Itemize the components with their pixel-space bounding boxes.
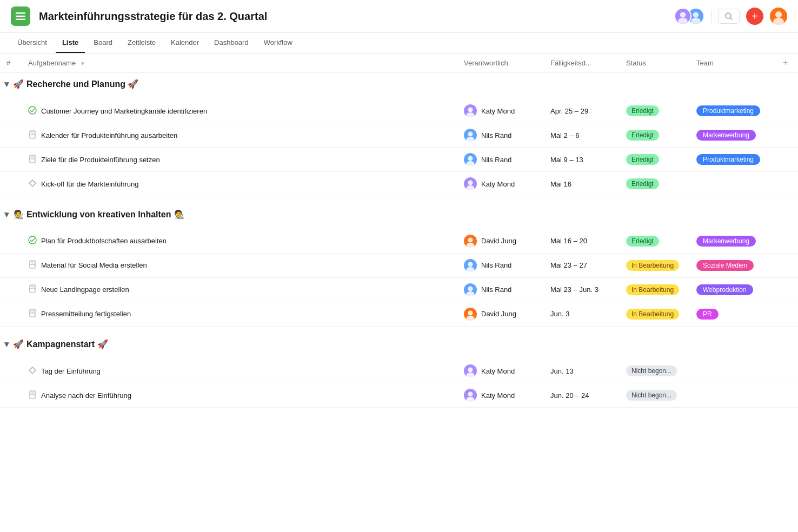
row-assignee: David Jung xyxy=(457,302,544,326)
row-status: Nicht begon... xyxy=(620,383,690,408)
tab-board[interactable]: Board xyxy=(87,33,119,53)
section-toggle-icon[interactable]: ▾ xyxy=(4,210,9,219)
row-status: Erledigt xyxy=(620,123,690,148)
row-hash xyxy=(0,277,22,302)
tab-kalender[interactable]: Kalender xyxy=(164,33,205,53)
svg-point-54 xyxy=(468,310,473,315)
row-team: Markenwerbung xyxy=(690,123,776,148)
section-section-recherche[interactable]: ▾ 🚀 Recherche und Planung 🚀 xyxy=(0,72,798,96)
svg-point-4 xyxy=(680,12,686,18)
table-row[interactable]: Neue Landingpage erstellen Nils Rand Mai… xyxy=(0,277,798,302)
col-header-assignee: Verantwortlich xyxy=(457,54,544,72)
table-row[interactable]: Kick-off für die Markteinführung Katy Mo… xyxy=(0,172,798,196)
table-row[interactable]: Material für Social Media erstellen Nils… xyxy=(0,253,798,277)
col-header-due: Fälligkeitsd... xyxy=(544,54,620,72)
tab-ubersicht[interactable]: Übersicht xyxy=(11,33,54,53)
row-status: In Bearbeitung xyxy=(620,277,690,302)
task-icon xyxy=(28,130,37,141)
status-badge: Erledigt xyxy=(626,178,659,189)
row-task-name[interactable]: Customer Journey und Marketingkanäle ide… xyxy=(22,99,457,123)
team-badge: Markenwerbung xyxy=(696,130,756,141)
status-badge: Erledigt xyxy=(626,154,659,165)
row-task-name[interactable]: Pressemitteilung fertigstellen xyxy=(22,302,457,326)
avatar-group[interactable] xyxy=(674,8,704,25)
svg-point-22 xyxy=(468,132,473,137)
col-header-name[interactable]: Aufgabenname ▾ xyxy=(22,54,457,72)
table-row[interactable]: Customer Journey und Marketingkanäle ide… xyxy=(0,99,798,123)
assignee-name: Katy Mond xyxy=(481,107,515,115)
section-section-entwicklung[interactable]: ▾ 🧑‍🎨 Entwicklung von kreativen Inhalten… xyxy=(0,203,798,226)
svg-marker-20 xyxy=(30,131,35,135)
svg-point-64 xyxy=(468,392,473,397)
table-row[interactable]: Pressemitteilung fertigstellen David Jun… xyxy=(0,302,798,326)
row-status: Erledigt xyxy=(620,99,690,123)
row-status: In Bearbeitung xyxy=(620,302,690,326)
row-due: Mai 23 – 27 xyxy=(544,253,620,277)
row-team: Webproduktion xyxy=(690,277,776,302)
svg-marker-26 xyxy=(30,156,35,159)
col-header-add[interactable]: + xyxy=(776,54,798,72)
col-expand-icon: ▾ xyxy=(81,60,84,66)
section-toggle-icon[interactable]: ▾ xyxy=(4,340,9,349)
row-due: Mai 16 – 20 xyxy=(544,229,620,254)
row-due: Jun. 3 xyxy=(544,302,620,326)
tab-liste[interactable]: Liste xyxy=(56,33,85,53)
avatar-user1[interactable] xyxy=(674,8,691,25)
search-box[interactable] xyxy=(718,9,740,24)
svg-point-32 xyxy=(468,181,473,185)
assignee-avatar xyxy=(464,235,477,248)
menu-icon[interactable] xyxy=(11,6,30,26)
assignee-avatar xyxy=(464,104,477,117)
row-due: Jun. 20 – 24 xyxy=(544,383,620,408)
table-header-row: # Aufgabenname ▾ Verantwortlich Fälligke… xyxy=(0,54,798,72)
row-task-name[interactable]: Kick-off für die Markteinführung xyxy=(22,172,457,196)
assignee-name: Nils Rand xyxy=(481,156,511,164)
row-hash xyxy=(0,383,22,408)
task-icon xyxy=(28,106,37,116)
svg-point-28 xyxy=(468,156,473,161)
row-due: Mai 23 – Jun. 3 xyxy=(544,277,620,302)
row-task-name[interactable]: Material für Social Media erstellen xyxy=(22,253,457,277)
row-status: Erledigt xyxy=(620,172,690,196)
svg-rect-0 xyxy=(16,12,25,14)
team-badge: Produktmarketing xyxy=(696,105,760,116)
section-header: ▾ 🚀 Kampagnenstart 🚀 xyxy=(0,332,798,356)
row-team: Produktmarketing xyxy=(690,148,776,172)
assignee-name: Katy Mond xyxy=(481,367,515,375)
row-due: Mai 2 – 6 xyxy=(544,123,620,148)
tab-workflow[interactable]: Workflow xyxy=(257,33,299,53)
row-assignee: Katy Mond xyxy=(457,172,544,196)
table-row[interactable]: Kalender für Produkteinführung ausarbeit… xyxy=(0,123,798,148)
section-toggle-icon[interactable]: ▾ xyxy=(4,79,9,89)
table-row[interactable]: Analyse nach der Einführung Katy Mond Ju… xyxy=(0,383,798,408)
table-row[interactable]: Ziele für die Produkteinführung setzen N… xyxy=(0,148,798,172)
team-badge: Produktmarketing xyxy=(696,154,760,165)
row-task-name[interactable]: Tag der Einführung xyxy=(22,359,457,383)
assignee-avatar xyxy=(464,364,477,377)
row-team xyxy=(690,172,776,196)
row-due: Jun. 13 xyxy=(544,359,620,383)
row-hash xyxy=(0,123,22,148)
col-header-hash: # xyxy=(0,54,22,72)
status-badge: Nicht begon... xyxy=(626,365,677,376)
svg-rect-1 xyxy=(16,16,25,17)
row-hash xyxy=(0,359,22,383)
tab-zeitleiste[interactable]: Zeitleiste xyxy=(121,33,162,53)
section-section-kampagne[interactable]: ▾ 🚀 Kampagnenstart 🚀 xyxy=(0,332,798,356)
table-row[interactable]: Plan für Produktbotschaften ausarbeiten … xyxy=(0,229,798,254)
row-task-name[interactable]: Ziele für die Produkteinführung setzen xyxy=(22,148,457,172)
status-badge: In Bearbeitung xyxy=(626,260,679,271)
row-task-name[interactable]: Kalender für Produkteinführung ausarbeit… xyxy=(22,123,457,148)
current-user-avatar[interactable] xyxy=(770,8,787,25)
row-task-name[interactable]: Neue Landingpage erstellen xyxy=(22,277,457,302)
row-assignee: Nils Rand xyxy=(457,277,544,302)
row-task-name[interactable]: Plan für Produktbotschaften ausarbeiten xyxy=(22,229,457,254)
status-badge: Erledigt xyxy=(626,105,659,116)
row-assignee: David Jung xyxy=(457,229,544,254)
tab-dashboard[interactable]: Dashboard xyxy=(208,33,255,53)
table-row[interactable]: Tag der Einführung Katy Mond Jun. 13 Nic… xyxy=(0,359,798,383)
svg-point-14 xyxy=(29,107,36,114)
add-button[interactable]: + xyxy=(746,8,763,25)
svg-point-36 xyxy=(468,237,473,242)
row-task-name[interactable]: Analyse nach der Einführung xyxy=(22,383,457,408)
